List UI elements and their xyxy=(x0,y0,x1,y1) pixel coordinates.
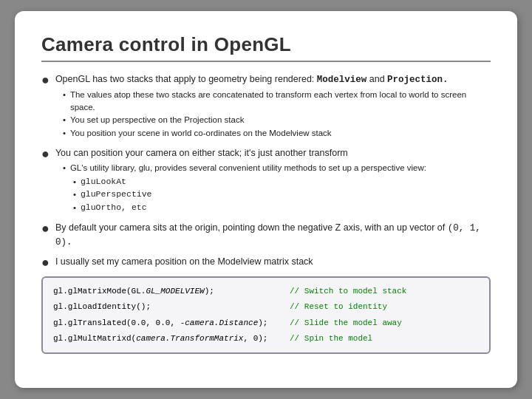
code-line-4-stmt: gl.glMultMatrixd(camera.TransformMatrix,… xyxy=(53,332,290,345)
code-line-1-stmt: gl.glMatrixMode(GL.GL_MODELVIEW); xyxy=(53,285,290,298)
code-line-3: gl.glTranslated(0.0, 0.0, -camera.Distan… xyxy=(53,317,479,330)
sub-bullet-2-1: • GL's utility library, glu, provides se… xyxy=(63,162,491,174)
sub-sub-bullets: • gluLookAt • gluPerspective • gluOrtho,… xyxy=(73,176,491,214)
bullet-2-sub: • GL's utility library, glu, provides se… xyxy=(63,162,491,214)
sub-sub-3-text: gluOrtho, etc xyxy=(81,202,147,214)
bullet-3: ● By default your camera sits at the ori… xyxy=(41,221,491,249)
bullet-3-prefix: By default your camera sits at the origi… xyxy=(55,222,448,233)
sub-bullet-2-1-text: GL's utility library, glu, provides seve… xyxy=(70,162,426,174)
bullet-1: ● OpenGL has two stacks that apply to ge… xyxy=(41,72,491,140)
code-line-1: gl.glMatrixMode(GL.GL_MODELVIEW); // Swi… xyxy=(53,285,479,298)
code-line-4-comment: // Spin the model xyxy=(290,332,372,345)
code-block: gl.glMatrixMode(GL.GL_MODELVIEW); // Swi… xyxy=(41,276,491,354)
bullet-4-text: I usually set my camera position on the … xyxy=(55,255,491,268)
bullet-4-main: I usually set my camera position on the … xyxy=(55,256,313,267)
bullet-2-main: You can position your camera on either s… xyxy=(55,148,348,158)
code-line-3-stmt: gl.glTranslated(0.0, 0.0, -camera.Distan… xyxy=(53,317,290,330)
sub-sub-2-dot: • xyxy=(73,188,76,201)
sub-bullet-1-3: • You position your scene in world co-or… xyxy=(63,127,491,140)
bullet-2: ● You can position your camera on either… xyxy=(41,146,491,215)
code-line-4: gl.glMultMatrixd(camera.TransformMatrix,… xyxy=(53,332,479,345)
sub-bullet-1-1: • The values atop these two stacks are c… xyxy=(63,89,491,113)
sub-sub-2-text: gluPerspective xyxy=(81,188,152,201)
sub-sub-bullet-2: • gluPerspective xyxy=(73,188,491,201)
sub-bullet-1-3-dot: • xyxy=(63,127,66,140)
sub-sub-1-dot: • xyxy=(73,176,76,188)
bullet-4-dot: ● xyxy=(41,256,50,269)
code-line-1-comment: // Switch to model stack xyxy=(290,285,406,298)
slide-content: ● OpenGL has two stacks that apply to ge… xyxy=(41,72,491,354)
code-line-2-stmt: gl.glLoadIdentity(); xyxy=(53,301,290,313)
code-line-3-comment: // Slide the model away xyxy=(290,317,402,330)
bullet-1-sub: • The values atop these two stacks are c… xyxy=(63,89,491,140)
bullet-1-bold2: Projection. xyxy=(387,75,449,85)
sub-bullet-1-2-text: You set up perspective on the Projection… xyxy=(70,114,244,126)
bullet-1-bold1: Modelview xyxy=(317,75,367,85)
sub-bullet-1-2: • You set up perspective on the Projecti… xyxy=(63,114,491,126)
sub-bullet-1-1-dot: • xyxy=(63,89,66,101)
slide: Camera control in OpenGL ● OpenGL has tw… xyxy=(15,11,517,388)
bullet-1-mid: and xyxy=(366,74,387,84)
bullet-4: ● I usually set my camera position on th… xyxy=(41,255,491,269)
sub-sub-bullet-3: • gluOrtho, etc xyxy=(73,202,491,214)
sub-sub-3-dot: • xyxy=(73,202,76,214)
bullet-1-text: OpenGL has two stacks that apply to geom… xyxy=(55,72,491,140)
bullet-1-dot: ● xyxy=(41,73,50,86)
code-line-2-comment: // Reset to identity xyxy=(290,301,387,313)
sub-bullet-1-3-text: You position your scene in world co-ordi… xyxy=(70,127,332,140)
code-line-2: gl.glLoadIdentity(); // Reset to identit… xyxy=(53,301,479,313)
bullet-3-dot: ● xyxy=(41,222,50,235)
slide-title: Camera control in OpenGL xyxy=(41,33,491,56)
bullet-2-dot: ● xyxy=(41,147,50,160)
title-underline xyxy=(41,61,491,62)
sub-sub-1-text: gluLookAt xyxy=(81,176,126,188)
sub-bullet-1-1-text: The values atop these two stacks are con… xyxy=(70,89,491,113)
sub-bullet-1-2-dot: • xyxy=(63,114,66,126)
bullet-3-text: By default your camera sits at the origi… xyxy=(55,221,491,249)
sub-bullet-2-1-dot: • xyxy=(63,162,66,174)
bullet-1-prefix: OpenGL has two stacks that apply to geom… xyxy=(55,74,317,84)
bullet-2-text: You can position your camera on either s… xyxy=(55,146,491,215)
sub-sub-bullet-1: • gluLookAt xyxy=(73,176,491,188)
